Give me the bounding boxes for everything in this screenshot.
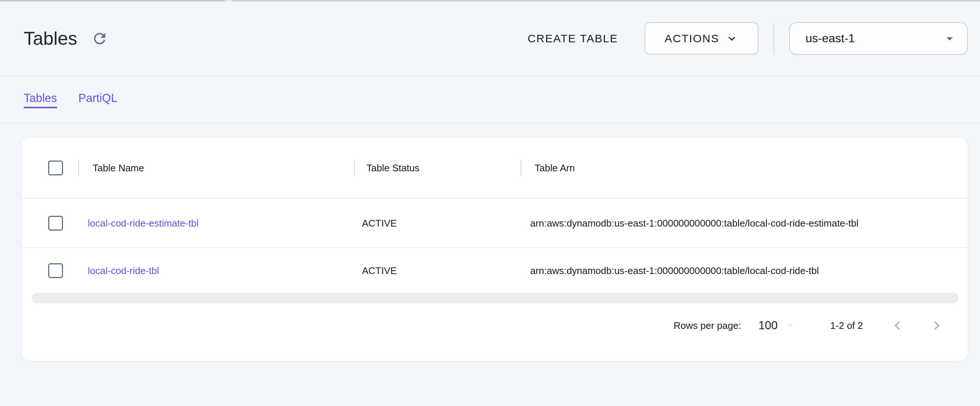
column-header-table-status[interactable]: Table Status xyxy=(366,162,419,174)
tab-tables[interactable]: Tables xyxy=(24,91,57,108)
next-page-button[interactable] xyxy=(928,317,945,334)
rows-per-page-select[interactable]: 100 xyxy=(759,318,798,333)
pagination-range-label: 1-2 of 2 xyxy=(830,320,863,331)
header-actions-group: CREATE TABLE ACTIONS us-east-1 xyxy=(528,22,968,55)
table-body: local-cod-ride-estimate-tbl ACTIVE arn:a… xyxy=(21,199,968,293)
table-header-row: Table Name Table Status Table Arn xyxy=(21,138,968,199)
table-row[interactable]: local-cod-ride-estimate-tbl ACTIVE arn:a… xyxy=(21,199,968,248)
region-select[interactable]: us-east-1 xyxy=(789,22,968,55)
table-status-value: ACTIVE xyxy=(362,217,397,229)
previous-page-button[interactable] xyxy=(889,317,906,334)
header-divider xyxy=(773,22,774,54)
refresh-button[interactable] xyxy=(90,29,109,48)
table-name-link[interactable]: local-cod-ride-tbl xyxy=(88,265,159,276)
refresh-icon xyxy=(91,30,108,47)
page-root: Tables CREATE TABLE ACTIONS us-east xyxy=(0,0,980,406)
actions-button-label: ACTIONS xyxy=(665,32,719,45)
table-name-link[interactable]: local-cod-ride-estimate-tbl xyxy=(88,217,199,229)
tab-partiql[interactable]: PartiQL xyxy=(78,91,118,108)
header-bar: Tables CREATE TABLE ACTIONS us-east xyxy=(0,2,980,76)
actions-button[interactable]: ACTIONS xyxy=(645,22,759,54)
column-separator xyxy=(354,160,355,176)
tab-bar: Tables PartiQL xyxy=(0,77,980,123)
region-select-value: us-east-1 xyxy=(805,32,855,45)
column-header-table-arn[interactable]: Table Arn xyxy=(535,162,575,174)
column-header-table-name[interactable]: Table Name xyxy=(92,162,144,174)
page-title: Tables xyxy=(24,28,78,49)
table-arn-value: arn:aws:dynamodb:us-east-1:000000000000:… xyxy=(530,217,859,229)
chevron-right-icon xyxy=(928,317,945,334)
select-all-checkbox[interactable] xyxy=(48,161,63,175)
dropdown-arrow-icon xyxy=(942,31,958,46)
dropdown-arrow-icon xyxy=(778,318,798,333)
horizontal-scrollbar[interactable] xyxy=(32,293,959,303)
column-separator xyxy=(520,160,522,176)
tables-card: Table Name Table Status Table Arn local-… xyxy=(21,138,968,361)
row-checkbox[interactable] xyxy=(48,216,63,231)
table-arn-value: arn:aws:dynamodb:us-east-1:000000000000:… xyxy=(530,265,819,276)
rows-per-page-label: Rows per page: xyxy=(674,320,741,331)
table-row[interactable]: local-cod-ride-tbl ACTIVE arn:aws:dynamo… xyxy=(21,248,968,293)
column-separator xyxy=(78,160,79,176)
pagination-bar: Rows per page: 100 1-2 of 2 xyxy=(21,303,968,348)
create-table-button[interactable]: CREATE TABLE xyxy=(528,32,618,45)
table-status-value: ACTIVE xyxy=(362,265,397,276)
row-checkbox[interactable] xyxy=(48,263,63,278)
chevron-down-icon xyxy=(725,32,738,45)
rows-per-page-value: 100 xyxy=(759,319,778,332)
chevron-left-icon xyxy=(889,317,906,334)
